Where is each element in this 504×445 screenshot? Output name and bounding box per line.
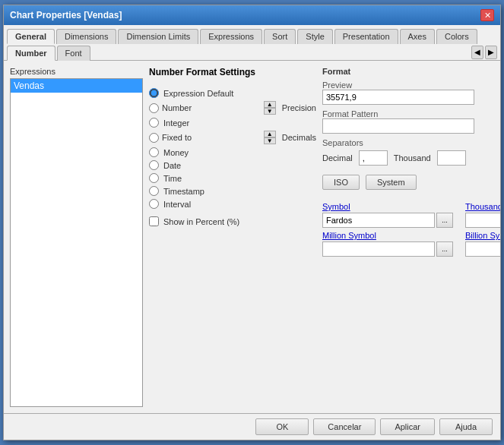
- tab-sort[interactable]: Sort: [264, 29, 296, 44]
- radio-fixed[interactable]: [149, 133, 159, 143]
- symbol-item: Symbol ...: [322, 202, 453, 228]
- format-section: Format Preview Format Pattern Separators: [322, 67, 500, 407]
- precision-down[interactable]: ▼: [264, 108, 276, 115]
- separators-label: Separators: [322, 138, 500, 147]
- number-row: Number ▲ ▼ Precision: [149, 101, 316, 115]
- iso-system-buttons: ISO System: [322, 175, 500, 190]
- tab-expressions[interactable]: Expressions: [200, 29, 262, 44]
- thousand-symbol-label[interactable]: Thousand Symbol: [465, 202, 500, 211]
- precision-group: ▲ ▼ Precision: [264, 101, 316, 115]
- main-window: Chart Properties [Vendas] ✕ General Dime…: [3, 5, 501, 440]
- precision-up[interactable]: ▲: [264, 101, 276, 108]
- number-format-title: Number Format Settings: [149, 67, 316, 77]
- radio-number-label: Number: [162, 103, 192, 112]
- precision-label: Precision: [282, 103, 316, 112]
- right-panel: Number Format Settings Expression Defaul…: [149, 67, 500, 407]
- radio-group: Expression Default Number ▲ ▼: [149, 88, 316, 209]
- radio-integer-row: Integer: [149, 118, 316, 128]
- radio-integer-label: Integer: [163, 118, 189, 128]
- format-title: Format: [322, 67, 500, 76]
- radio-time[interactable]: [149, 173, 159, 183]
- tab-dimension-limits[interactable]: Dimension Limits: [118, 29, 198, 44]
- radio-number[interactable]: [149, 103, 159, 113]
- tab-next-arrow[interactable]: ▶: [485, 46, 497, 59]
- expressions-label: Expressions: [10, 67, 143, 76]
- million-symbol-label[interactable]: Million Symbol: [322, 231, 453, 240]
- tabs-container: General Dimensions Dimension Limits Expr…: [4, 25, 500, 61]
- decimals-up[interactable]: ▲: [264, 131, 276, 137]
- radio-money-label: Money: [163, 148, 189, 157]
- format-pattern-input[interactable]: [322, 118, 474, 134]
- tab-colors[interactable]: Colors: [436, 29, 477, 44]
- expressions-list[interactable]: Vendas: [10, 78, 143, 407]
- title-bar: Chart Properties [Vendas] ✕: [4, 5, 500, 25]
- radio-interval[interactable]: [149, 199, 159, 209]
- format-pattern-label: Format Pattern: [322, 109, 500, 118]
- radio-expression-default-label: Expression Default: [163, 89, 233, 98]
- close-button[interactable]: ✕: [480, 9, 494, 21]
- radio-integer[interactable]: [149, 118, 159, 128]
- radio-money[interactable]: [149, 147, 159, 157]
- radio-expression-default[interactable]: [149, 88, 159, 98]
- radio-timestamp-label: Timestamp: [163, 187, 204, 196]
- decimals-spinner[interactable]: ▲ ▼: [264, 131, 276, 144]
- radio-date-label: Date: [163, 161, 181, 170]
- separators-section: Separators Decimal Thousand: [322, 138, 500, 166]
- show-percent-checkbox[interactable]: [149, 216, 159, 226]
- tab-font[interactable]: Font: [57, 46, 90, 61]
- ok-button[interactable]: OK: [255, 418, 309, 435]
- radio-date[interactable]: [149, 160, 159, 170]
- tab-presentation[interactable]: Presentation: [334, 29, 398, 44]
- decimals-group: ▲ ▼ Decimals: [264, 131, 316, 144]
- radio-expression-default-row: Expression Default: [149, 88, 316, 98]
- tab-dimensions[interactable]: Dimensions: [56, 29, 116, 44]
- precision-spinner[interactable]: ▲ ▼: [264, 101, 276, 115]
- tab-axes[interactable]: Axes: [400, 29, 435, 44]
- help-button[interactable]: Ajuda: [439, 418, 493, 435]
- radio-interval-row: Interval: [149, 199, 316, 209]
- thousand-symbol-item: Thousand Symbol ...: [465, 202, 500, 228]
- format-pattern-group: Format Pattern: [322, 109, 500, 134]
- symbol-grid: Symbol ... Thousand Symbol: [322, 202, 500, 257]
- decimals-down[interactable]: ▼: [264, 137, 276, 144]
- left-panel: Expressions Vendas: [10, 67, 143, 407]
- tab-prev-arrow[interactable]: ◀: [471, 46, 483, 59]
- symbol-label[interactable]: Symbol: [322, 202, 453, 211]
- iso-button[interactable]: ISO: [322, 175, 360, 190]
- decimals-label: Decimals: [282, 133, 316, 142]
- radio-timestamp-row: Timestamp: [149, 186, 316, 196]
- symbol-input[interactable]: [322, 213, 435, 228]
- preview-group: Preview: [322, 80, 500, 105]
- tab-style[interactable]: Style: [297, 29, 332, 44]
- radio-money-row: Money: [149, 147, 316, 157]
- decimal-input[interactable]: [359, 150, 388, 166]
- tab-number[interactable]: Number: [7, 46, 55, 61]
- symbol-browse-button[interactable]: ...: [436, 213, 453, 228]
- content-area: Expressions Vendas Number Format Setting…: [4, 61, 500, 413]
- thousand-symbol-input-row: ...: [465, 213, 500, 228]
- apply-button[interactable]: Aplicar: [380, 418, 435, 435]
- list-item[interactable]: Vendas: [11, 79, 142, 93]
- million-symbol-item: Million Symbol ...: [322, 231, 453, 257]
- thousand-input[interactable]: [437, 150, 466, 166]
- radio-timestamp[interactable]: [149, 186, 159, 196]
- million-symbol-input[interactable]: [322, 241, 435, 257]
- system-button[interactable]: System: [366, 175, 417, 190]
- billion-symbol-input[interactable]: [465, 241, 500, 257]
- show-percent-row: Show in Percent (%): [149, 216, 316, 226]
- radio-time-row: Time: [149, 173, 316, 183]
- million-symbol-browse-button[interactable]: ...: [436, 241, 453, 257]
- radio-fixed-label: Fixed to: [162, 133, 192, 142]
- thousand-symbol-input[interactable]: [465, 213, 500, 228]
- thousand-label: Thousand: [394, 153, 431, 163]
- billion-symbol-label[interactable]: Billion Symbol: [465, 231, 500, 240]
- tab-general[interactable]: General: [7, 29, 55, 44]
- cancel-button[interactable]: Cancelar: [313, 418, 376, 435]
- window-title: Chart Properties [Vendas]: [10, 10, 122, 21]
- preview-input[interactable]: [322, 90, 474, 105]
- number-format-panel: Number Format Settings Expression Defaul…: [149, 67, 316, 407]
- main-content: Number Format Settings Expression Defaul…: [149, 67, 500, 407]
- decimal-label: Decimal: [322, 153, 353, 163]
- bottom-bar: OK Cancelar Aplicar Ajuda: [4, 413, 500, 440]
- symbol-input-row: ...: [322, 213, 453, 228]
